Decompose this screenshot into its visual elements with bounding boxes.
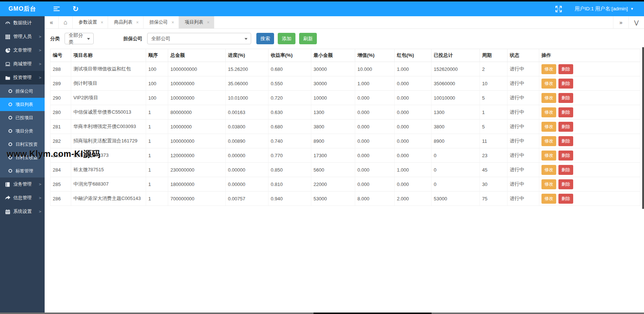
company-select[interactable]: 全部公司 (147, 33, 251, 44)
column-header: 红包(%) (395, 49, 432, 62)
table-cell: 290 (51, 91, 71, 105)
table-cell: 35060000 (432, 76, 480, 91)
circle-icon (8, 103, 12, 106)
circle-icon (8, 129, 12, 133)
delete-button[interactable]: 删除 (558, 107, 573, 117)
sidebar-subitem-5[interactable]: 担保公司 (0, 84, 45, 98)
delete-button[interactable]: 删除 (558, 136, 573, 146)
delete-button[interactable]: 删除 (558, 179, 573, 189)
delete-button[interactable]: 删除 (558, 93, 573, 103)
sidebar-item-2[interactable]: 文章管理> (0, 44, 45, 57)
edit-button[interactable]: 修改 (541, 194, 556, 204)
table-cell: 0.000 (355, 105, 395, 120)
close-icon[interactable]: × (172, 20, 174, 25)
table-row: 281华商丰利增强定开债C0030931100000000.038000.680… (51, 120, 640, 134)
sidebar-item-3[interactable]: 商城管理> (0, 57, 45, 71)
tabs-scroll-right-button[interactable]: » (613, 16, 629, 28)
actions-cell: 修改删除 (539, 177, 640, 191)
sidebar-subitem-10[interactable]: 日利宝收益 (0, 151, 45, 164)
tabs-scroll-left-button[interactable]: « (45, 16, 59, 28)
sidebar-item-0[interactable]: 数据统计 (0, 16, 45, 30)
sidebar-item-12[interactable]: 业务管理> (0, 177, 45, 191)
category-select[interactable]: 全部分类 (65, 33, 94, 44)
chevron-right-icon: > (39, 196, 41, 200)
category-selected-value: 全部分类 (69, 32, 84, 45)
sidebar-item-4[interactable]: 投资管理> (0, 71, 45, 84)
sidebar-item-label: 系统设置 (13, 208, 32, 215)
delete-button[interactable]: 删除 (558, 122, 573, 132)
table-cell: 281 (51, 120, 71, 134)
table-cell: 1 (146, 148, 168, 163)
refresh-icon: ↻ (73, 5, 79, 13)
edit-button[interactable]: 修改 (541, 179, 556, 189)
close-icon[interactable]: × (136, 20, 139, 25)
table-row: 289倒计时项目10010000000035.060000.550300001.… (51, 76, 640, 91)
edit-button[interactable]: 修改 (541, 122, 556, 132)
sidebar-subitem-9[interactable]: 日利宝投资 (0, 138, 45, 151)
table-cell: 700000000 (168, 191, 226, 206)
table-cell: 5 (480, 120, 508, 134)
sidebar-subitem-8[interactable]: 项目分类 (0, 124, 45, 138)
table-cell: 8.000 (355, 191, 395, 206)
table-cell: 5600 (311, 163, 355, 177)
table-cell: 测试项目带增值收益和红包 (71, 62, 146, 76)
tab-bar: « ⌂ 参数设置×商品列表×担保公司×项目列表× » ⋁ (45, 16, 644, 29)
sidebar-item-13[interactable]: 信息管理> (0, 191, 45, 205)
sidebar-item-label: 业务管理 (13, 181, 32, 187)
table-cell: 100000000 (168, 76, 226, 91)
tab-2[interactable]: 担保公司× (143, 16, 179, 28)
column-header: 周期 (480, 49, 508, 62)
edit-button[interactable]: 修改 (541, 64, 556, 74)
app-logo: GMO后台 (0, 1, 45, 16)
table-cell: 0.680 (269, 120, 311, 134)
table-cell: 1 (146, 163, 168, 177)
chevron-right-icon: > (39, 48, 41, 53)
close-icon[interactable]: × (101, 20, 103, 25)
close-icon[interactable]: × (207, 20, 210, 25)
fullscreen-button[interactable] (551, 1, 566, 16)
circle-icon (8, 89, 12, 93)
home-tab-button[interactable]: ⌂ (59, 16, 73, 28)
sidebar-item-14[interactable]: 系统设置> (0, 205, 45, 218)
delete-button[interactable]: 删除 (558, 165, 573, 175)
edit-button[interactable]: 修改 (541, 107, 556, 117)
add-button[interactable]: 添加 (278, 33, 295, 44)
chevron-down-icon: ▼ (630, 7, 634, 11)
sidebar-item-label: 商城管理 (13, 61, 32, 67)
table-row: 290VIP2的项目10010000000010.010000.72010000… (51, 91, 640, 105)
collapse-menu-button[interactable] (49, 1, 64, 16)
tabs-menu-button[interactable]: ⋁ (629, 16, 644, 28)
table-cell: 招商瑞利灵活配置混合161729 (71, 134, 146, 148)
sidebar-item-label: 文章管理 (13, 47, 32, 54)
edit-button[interactable]: 修改 (541, 79, 556, 89)
edit-button[interactable]: 修改 (541, 151, 556, 161)
edit-button[interactable]: 修改 (541, 165, 556, 175)
actions-cell: 修改删除 (539, 134, 640, 148)
table-cell: 1300 (311, 105, 355, 120)
delete-button[interactable]: 删除 (558, 64, 573, 74)
column-header: 总金额 (168, 49, 226, 62)
table-cell: 35.06000 (226, 76, 269, 91)
table-cell: 30000 (311, 62, 355, 76)
refresh-list-button[interactable]: 刷新 (299, 33, 317, 44)
user-menu[interactable]: 用户ID:1 用户名:[admin] ▼ (575, 6, 634, 12)
edit-button[interactable]: 修改 (541, 136, 556, 146)
sidebar-subitem-6[interactable]: 项目列表 (0, 98, 45, 111)
sidebar-item-1[interactable]: 管理人员> (0, 30, 45, 44)
tab-0[interactable]: 参数设置× (73, 16, 108, 28)
sidebar-subitem-7[interactable]: 已投项目 (0, 111, 45, 124)
sidebar-subitem-11[interactable]: 标签管理 (0, 164, 45, 177)
tab-1[interactable]: 商品列表× (108, 16, 143, 28)
tab-3[interactable]: 项目列表× (179, 16, 214, 28)
category-label: 分类 (50, 35, 60, 42)
refresh-button[interactable]: ↻ (68, 1, 83, 16)
delete-button[interactable]: 删除 (558, 194, 573, 204)
delete-button[interactable]: 删除 (558, 151, 573, 161)
table-cell: VIP2的项目 (71, 91, 146, 105)
tab-label: 担保公司 (149, 19, 168, 25)
search-button[interactable]: 搜索 (256, 33, 274, 44)
sidebar-item-label: 信息管理 (13, 195, 32, 201)
edit-button[interactable]: 修改 (541, 93, 556, 103)
delete-button[interactable]: 删除 (558, 79, 573, 89)
company-label: 担保公司 (123, 35, 142, 42)
